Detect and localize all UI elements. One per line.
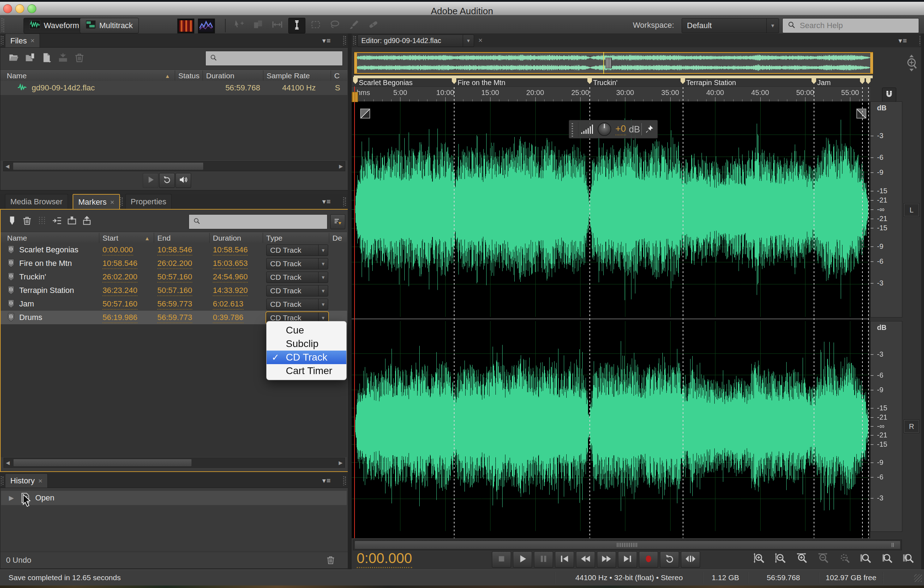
new-file-button[interactable]: [40, 52, 54, 65]
marker-row[interactable]: Scarlet Begonias0:00.00010:58.54610:58.5…: [1, 243, 347, 257]
marker-end[interactable]: 56:59.773: [157, 299, 192, 310]
titlebar[interactable]: Adobe Audition: [0, 2, 924, 15]
zoom-in-at-in-point-button[interactable]: [856, 551, 875, 567]
time-selection-ibeam-button[interactable]: [288, 18, 305, 33]
marker-name[interactable]: Truckin': [19, 272, 46, 282]
time-selection-arrows-button[interactable]: [269, 18, 285, 33]
close-icon[interactable]: ×: [30, 37, 35, 45]
skip-selection-button[interactable]: [681, 551, 700, 568]
marker-name[interactable]: Scarlet Begonias: [19, 245, 78, 254]
go-to-previous-button[interactable]: [555, 551, 574, 568]
section-marker-flag[interactable]: [812, 77, 816, 84]
section-marker-flag[interactable]: [866, 77, 871, 84]
marker-duration[interactable]: 15:03.653: [213, 259, 248, 269]
file-row[interactable]: gd90-09-14d2.flac 56:59.768 44100 Hz S: [0, 81, 347, 96]
files-table-header[interactable]: Name ▲ Status Duration Sample Rate C: [0, 69, 347, 81]
marker-end[interactable]: 56:59.773: [157, 313, 192, 323]
overview-navigator[interactable]: [354, 51, 873, 74]
files-h-scrollbar[interactable]: ◀ ▶: [3, 161, 345, 171]
marquee-selection-button[interactable]: [307, 18, 324, 33]
time-ruler[interactable]: hms 5:0010:0015:0020:0025:0030:0035:0040…: [351, 86, 870, 102]
marker-type-dropdown[interactable]: CD Track▼: [266, 299, 328, 310]
popup-item-cue[interactable]: Cue: [267, 324, 346, 337]
import-file-button[interactable]: [23, 52, 37, 65]
db-scale-left[interactable]: dB-3-3-6-6-9-9-15-15-21-21-∞: [870, 101, 902, 317]
lasso-selection-button[interactable]: [327, 18, 343, 33]
help-search-input[interactable]: [799, 21, 907, 31]
auto-play-volume-button[interactable]: [175, 173, 191, 188]
pin-icon[interactable]: [645, 125, 654, 134]
marker-name[interactable]: Drums: [19, 313, 42, 322]
popup-item-subclip[interactable]: Subclip: [267, 337, 346, 350]
waveform-view-button[interactable]: Waveform: [23, 18, 85, 33]
make-range-marker-button[interactable]: [66, 215, 78, 228]
marker-row[interactable]: Jam50:57.16056:59.7736:02.613CD Track▼: [1, 297, 347, 311]
marker-type-dropdown[interactable]: CD Track▼: [266, 285, 328, 296]
delete-marker-button[interactable]: [21, 215, 33, 228]
add-marker-button[interactable]: [6, 215, 18, 228]
marker-type-dropdown[interactable]: CD Track▼: [266, 244, 328, 256]
scroll-right-icon[interactable]: ▶: [337, 458, 345, 467]
section-marker-flag[interactable]: [860, 77, 865, 84]
zoom-to-selection-button[interactable]: [899, 551, 918, 567]
hud-gain-value[interactable]: +0: [615, 123, 626, 135]
marker-end[interactable]: 10:58.546: [157, 245, 192, 256]
multitrack-view-button[interactable]: Multitrack: [80, 18, 139, 33]
panel-grip[interactable]: [1, 36, 4, 45]
marker-start[interactable]: 36:23.240: [102, 286, 137, 296]
marker-name[interactable]: Fire on the Mtn: [19, 259, 72, 268]
file-name[interactable]: gd90-09-14d2.flac: [32, 83, 95, 92]
section-marker-flag[interactable]: [681, 77, 685, 84]
marker-duration[interactable]: 14:33.920: [213, 286, 248, 296]
marker-row[interactable]: Fire on the Mtn10:58.54626:02.20015:03.6…: [1, 257, 347, 271]
zoom-in-horizontal-button[interactable]: [792, 551, 811, 567]
fade-in-handle[interactable]: [360, 109, 370, 119]
panel-grip[interactable]: [353, 36, 356, 45]
panel-grip[interactable]: [343, 36, 346, 45]
rewind-button[interactable]: [576, 551, 595, 568]
marker-row[interactable]: Terrapin Station36:23.24050:57.16014:33.…: [1, 284, 347, 297]
gain-knob[interactable]: [597, 122, 611, 136]
move-tool-button[interactable]: [231, 18, 247, 33]
tab-markers[interactable]: Markers×: [73, 194, 120, 210]
editor-h-scrollbar[interactable]: [353, 540, 902, 550]
right-channel-button[interactable]: R: [904, 420, 919, 433]
marker-duration[interactable]: 24:54.960: [213, 272, 248, 282]
db-scale-right[interactable]: dB-3-3-6-6-9-9-15-15-21-21-∞: [870, 321, 902, 532]
marker-name[interactable]: Jam: [19, 299, 34, 309]
scroll-right-icon[interactable]: ▶: [337, 162, 345, 171]
editor-panel-menu-icon[interactable]: ▾≡: [898, 36, 908, 45]
channel-divider[interactable]: [351, 317, 870, 321]
zoom-in-at-out-point-button[interactable]: [878, 551, 897, 567]
history-entry-open[interactable]: ▶ Open: [1, 491, 346, 505]
waveform-display[interactable]: +0 dB: [351, 101, 870, 538]
marker-start[interactable]: 10:58.546: [102, 259, 137, 269]
marker-end[interactable]: 50:57.160: [157, 272, 192, 282]
navigator-view-frame[interactable]: [354, 52, 873, 74]
marker-start[interactable]: 50:57.160: [102, 299, 137, 310]
marker-list-options-button[interactable]: [330, 214, 345, 229]
scrollbar-thumb[interactable]: [355, 541, 901, 549]
workspace-dropdown[interactable]: Default ▼: [681, 18, 779, 33]
go-to-next-button[interactable]: [618, 551, 637, 568]
marker-type-dropdown[interactable]: CD Track▼: [266, 272, 328, 283]
fast-forward-button[interactable]: [597, 551, 616, 568]
toolbar-grip[interactable]: [2, 18, 5, 32]
zoom-out-vertical-button[interactable]: [771, 551, 790, 567]
spectral-pitch-display-button[interactable]: [198, 18, 215, 33]
marker-name[interactable]: Terrapin Station: [19, 286, 74, 295]
files-panel-menu-icon[interactable]: ▾≡: [322, 36, 332, 45]
editor-file-dropdown[interactable]: Editor: gd90-09-14d2.flac ▼: [357, 35, 474, 47]
navigator-right-handle[interactable]: [870, 53, 873, 73]
spectral-frequency-display-button[interactable]: [177, 18, 194, 33]
left-channel-button[interactable]: L: [904, 203, 919, 216]
marker-start[interactable]: 0:00.000: [102, 245, 133, 256]
tab-properties[interactable]: Properties: [125, 194, 172, 209]
marker-row[interactable]: Truckin'26:02.20050:57.16024:54.960CD Tr…: [1, 270, 347, 284]
loop-playback-button[interactable]: [660, 551, 679, 568]
sort-ascending-icon[interactable]: ▲: [165, 73, 170, 79]
tab-history[interactable]: History×: [5, 473, 48, 488]
volume-hud[interactable]: +0 dB: [569, 120, 658, 139]
tab-files[interactable]: Files×: [5, 33, 40, 48]
marker-start[interactable]: 26:02.200: [102, 272, 137, 282]
